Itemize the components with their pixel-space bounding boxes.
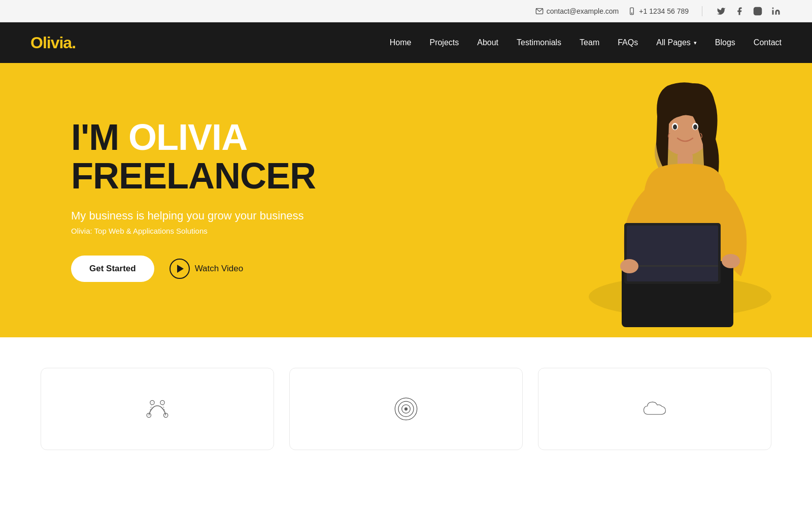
nav-links: Home Projects About Testimonials Team FA… (390, 38, 782, 47)
navbar: Olivia. Home Projects About Testimonials… (0, 22, 812, 63)
phone-contact: +1 1234 56 789 (628, 7, 689, 15)
get-started-button[interactable]: Get Started (71, 256, 154, 282)
watch-video-button[interactable]: Watch Video (170, 259, 243, 279)
hero-subheading: My business is helping you grow your bus… (71, 209, 316, 223)
svg-point-18 (620, 259, 638, 273)
twitter-icon[interactable] (716, 6, 727, 17)
play-icon (170, 259, 190, 279)
cards-section (0, 337, 812, 470)
hero-person-image (548, 73, 812, 337)
nav-testimonials[interactable]: Testimonials (517, 38, 561, 47)
watch-video-label: Watch Video (195, 264, 243, 274)
card-bezier (41, 368, 274, 450)
hero-section: I'M OLIVIA FREELANCER My business is hel… (0, 63, 812, 337)
logo-text: Olivia (30, 34, 72, 52)
play-triangle-icon (177, 265, 184, 273)
nav-faqs[interactable]: FAQs (618, 38, 638, 47)
svg-point-12 (693, 124, 697, 130)
social-links (716, 6, 782, 17)
hero-line1: I'M OLIVIA (71, 117, 247, 157)
facebook-icon[interactable] (734, 6, 745, 17)
email-text: contact@example.com (547, 7, 619, 15)
card-target (289, 368, 523, 450)
hero-line2: FREELANCER (71, 155, 316, 196)
bezier-icon (142, 394, 173, 424)
top-bar: contact@example.com +1 1234 56 789 (0, 0, 812, 22)
phone-text: +1 1234 56 789 (639, 7, 689, 15)
nav-home[interactable]: Home (390, 38, 412, 47)
svg-point-5 (772, 7, 774, 9)
nav-projects[interactable]: Projects (429, 38, 459, 47)
card-cloud (538, 368, 771, 450)
hero-content: I'M OLIVIA FREELANCER My business is hel… (0, 118, 316, 282)
svg-point-2 (632, 13, 632, 13)
nav-contact[interactable]: Contact (754, 38, 782, 47)
nav-team[interactable]: Team (580, 38, 599, 47)
svg-rect-17 (627, 265, 718, 267)
hero-buttons: Get Started Watch Video (71, 256, 316, 282)
logo[interactable]: Olivia. (30, 34, 76, 52)
svg-point-19 (722, 254, 740, 268)
logo-dot: . (72, 34, 76, 52)
hero-sub2: Olivia: Top Web & Applications Solutions (71, 227, 316, 235)
nav-blogs[interactable]: Blogs (715, 38, 735, 47)
chevron-down-icon: ▾ (694, 40, 697, 46)
nav-allpages[interactable]: All Pages ▾ (656, 38, 697, 47)
cloud-icon (639, 394, 670, 424)
email-contact: contact@example.com (535, 7, 619, 15)
svg-rect-16 (627, 226, 718, 281)
instagram-icon[interactable] (752, 6, 763, 17)
svg-point-29 (405, 408, 408, 410)
svg-point-11 (673, 124, 677, 130)
nav-about[interactable]: About (477, 38, 498, 47)
contact-info: contact@example.com +1 1234 56 789 (535, 7, 689, 15)
divider (702, 6, 702, 16)
linkedin-icon[interactable] (770, 6, 782, 17)
hero-heading: I'M OLIVIA FREELANCER (71, 118, 316, 195)
target-icon (391, 394, 421, 424)
